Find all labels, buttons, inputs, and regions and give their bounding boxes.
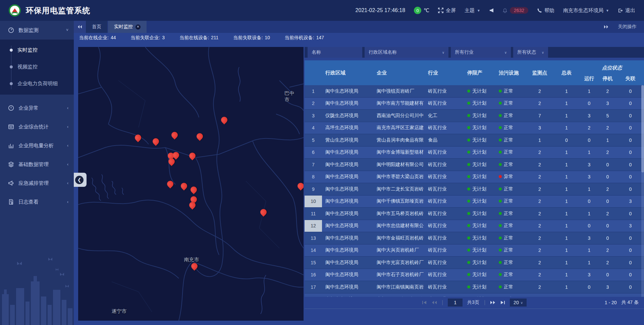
cell-region: 阆中生态环境局 — [322, 149, 373, 155]
stat-online-enterprises: 当前在线企业:44 — [79, 35, 116, 41]
notification-button[interactable]: 2632 — [502, 7, 528, 14]
cell-stop-status: 无计划 — [464, 198, 495, 204]
mute-speaker-button[interactable] — [489, 8, 494, 13]
sidebar-item-log-view[interactable]: 日志查看 ‹ — [0, 193, 74, 211]
tab-realtime-monitoring[interactable]: 实时监控 ✕ — [108, 21, 147, 33]
logout-button[interactable]: 退出 — [618, 7, 635, 14]
theme-dropdown[interactable]: 主题 ▼ — [465, 7, 480, 14]
sidebar-item-base-data[interactable]: 基础数据管理 ‹ — [0, 155, 74, 174]
tab-home[interactable]: 首页 — [86, 21, 107, 33]
status-dot-icon — [467, 187, 470, 191]
sidebar-item-power-load-detail[interactable]: 企业电力负荷明细 — [0, 75, 74, 92]
cell-halted: 0 — [598, 272, 617, 277]
sidebar: 数据监测 ˅ 实时监控 视频监控 企业电力负荷明细 企业异常 ‹ 企业综合统计 … — [0, 21, 74, 325]
table-row[interactable]: 8阆中生态环境局阆中市枣碧大梁山页岩砖瓦行业无计划异常21300 — [305, 171, 644, 183]
table-row[interactable]: 12阆中生态环境局阆中市忠信建材有限公砖瓦行业无计划正常21003 — [305, 220, 644, 232]
cell-running: 0 — [580, 284, 598, 290]
page-number-input[interactable]: 1 — [448, 299, 463, 307]
help-label: 帮助 — [544, 7, 554, 14]
map-pin[interactable] — [189, 185, 198, 194]
last-page-button[interactable] — [500, 301, 505, 305]
table-scrollbar-thumb[interactable] — [641, 85, 644, 172]
cell-company: 阆中市五马桥页岩机砖 — [373, 211, 425, 217]
chevron-left-icon: ‹ — [67, 124, 68, 129]
table-row[interactable]: 9阆中生态环境局阆中市二龙长宝页岩砖砖瓦行业无计划正常21120 — [305, 183, 644, 196]
tab-close-icon[interactable]: ✕ — [136, 24, 141, 30]
stats-bar: 当前在线企业:44 当前失联企业:3 当前在线设备:211 当前失联设备:10 … — [74, 33, 644, 43]
sidebar-item-enterprise-abnormal[interactable]: 企业异常 ‹ — [0, 99, 74, 117]
page-size-select[interactable]: 20 ∨ — [510, 299, 527, 307]
cell-halted: 2 — [598, 248, 617, 253]
map-pin[interactable] — [170, 130, 179, 140]
tab-label: 首页 — [92, 24, 101, 30]
table-row[interactable]: 17阆中生态环境局阆中市江南镇阆南页岩砖瓦行业无计划正常21030 — [305, 281, 644, 293]
cell-halted: 0 — [598, 235, 617, 241]
sidebar-item-data-monitoring[interactable]: 数据监测 ˅ — [0, 21, 74, 40]
next-page-button[interactable] — [490, 301, 495, 305]
status-select[interactable]: 所有状态 ∨ — [513, 47, 548, 58]
industry-select[interactable]: 所有行业 ∨ — [451, 47, 511, 58]
table-row[interactable]: 18南部生态环境局南部县砚化山河有限公砖瓦行业无计划正常50050 — [305, 293, 644, 297]
region-select[interactable]: 行政区域名称 ∨ — [365, 47, 448, 58]
table-row[interactable]: 7阆中生态环境局阆中明阳建材有限公司砖瓦行业无计划正常21300 — [305, 159, 644, 171]
row-index: 12 — [305, 220, 322, 232]
cell-treatment-status: 正常 — [495, 113, 526, 119]
cell-treatment-status: 正常 — [495, 100, 526, 106]
map-pin[interactable] — [179, 181, 189, 191]
sidebar-item-enterprise-statistics[interactable]: 企业综合统计 ‹ — [0, 117, 74, 136]
col-monitor-points: 监测点 — [526, 60, 553, 85]
map-pin[interactable] — [190, 262, 199, 271]
sidebar-item-emergency-reduction[interactable]: 应急减排管理 ‹ — [0, 174, 74, 193]
help-button[interactable]: 帮助 — [537, 7, 554, 14]
map-pin[interactable] — [151, 137, 160, 146]
table-row[interactable]: 13阆中生态环境局阆中市金福旺页岩机砖砖瓦行业无计划正常21300 — [305, 232, 644, 245]
table-row[interactable]: 2阆中生态环境局阆中市南方节能建材有砖瓦行业无计划正常21030 — [305, 98, 644, 110]
table-row[interactable]: 10阆中生态环境局阆中千佛镇五郎垭页岩砖瓦行业无计划正常21003 — [305, 196, 644, 208]
cell-monitor-points: 2 — [526, 162, 553, 167]
fullscreen-button[interactable]: 全屏 — [438, 7, 456, 14]
tabs-scroll-left-button[interactable] — [74, 21, 86, 33]
map-pin[interactable] — [188, 151, 197, 160]
table-row[interactable]: 1阆中生态环境局阆中强锐页岩砖厂砖瓦行业无计划正常21120 — [305, 85, 644, 98]
tab-bar: 首页 实时监控 ✕ 关闭操作 — [74, 21, 644, 33]
close-operations-button[interactable]: 关闭操作 — [618, 24, 637, 30]
cell-lost: 0 — [617, 284, 644, 290]
table-row[interactable]: 6阆中生态环境局阆中市金博瑞新型墙材砖瓦行业无计划正常21120 — [305, 147, 644, 159]
org-dropdown[interactable]: 南充市生态环境局 ▼ — [563, 7, 609, 14]
table-row[interactable]: 4高坪生态环境局南充市高坪区王家店建砖瓦行业无计划正常31220 — [305, 122, 644, 134]
map-pin[interactable] — [259, 208, 268, 217]
table-row[interactable]: 16阆中生态环境局阆中市石子页岩机砖厂砖瓦行业无计划正常21300 — [305, 269, 644, 281]
cell-industry: 砖瓦行业 — [425, 223, 464, 229]
table-row[interactable]: 3仪陇生态环境局西南油气田分公司川中化工无计划正常71350 — [305, 110, 644, 122]
temperature-value: 0 — [414, 7, 421, 14]
phone-icon — [537, 8, 542, 13]
record-range-label: 1 - 20 — [605, 300, 617, 305]
stat-stopped-devices: 当前停机设备:147 — [285, 35, 324, 41]
cell-total-meter: 1 — [553, 162, 580, 167]
map-pin[interactable] — [296, 181, 304, 191]
map-pin[interactable] — [166, 179, 175, 188]
table-row[interactable]: 5营山生态环境局营山县润丰肉食品有限食品无计划正常10010 — [305, 134, 644, 147]
previous-page-button[interactable] — [432, 301, 437, 305]
sidebar-item-realtime-monitoring[interactable]: 实时监控 — [0, 42, 74, 58]
sidebar-collapse-button[interactable]: ❮ — [74, 173, 87, 187]
cell-company: 营山县润丰肉食品有限 — [373, 137, 425, 143]
table-row[interactable]: 11阆中生态环境局阆中市五马桥页岩机砖砖瓦行业无计划正常21120 — [305, 208, 644, 220]
first-page-button[interactable] — [422, 301, 427, 305]
submenu-item-label: 企业电力负荷明细 — [17, 80, 58, 87]
table-row[interactable]: 15阆中生态环境局阆中市光富页岩机砖厂砖瓦行业无计划正常21120 — [305, 257, 644, 269]
name-search-input[interactable]: 名称 — [308, 47, 362, 58]
map-pin[interactable] — [220, 115, 229, 124]
sidebar-item-video-monitoring[interactable]: 视频监控 — [0, 58, 74, 75]
tabs-scroll-right-button[interactable] — [604, 25, 608, 29]
cell-monitor-points: 3 — [526, 125, 553, 130]
pagination-bar: | 1 共3页 | 20 ∨ — [305, 297, 644, 308]
industry-select-value: 所有行业 — [455, 49, 474, 55]
cell-running: 1 — [580, 211, 598, 216]
map-pin[interactable] — [133, 133, 143, 142]
table-row[interactable]: 14阆中生态环境局阆中大兴页岩机砖厂砖瓦行业无计划正常21120 — [305, 245, 644, 257]
sidebar-item-power-analysis[interactable]: 企业用电量分析 ‹ — [0, 136, 74, 155]
cell-total-meter: 1 — [553, 89, 580, 94]
map-pin[interactable] — [195, 132, 204, 141]
map-view[interactable]: 巴中市南充市遂宁市 — [78, 47, 304, 321]
